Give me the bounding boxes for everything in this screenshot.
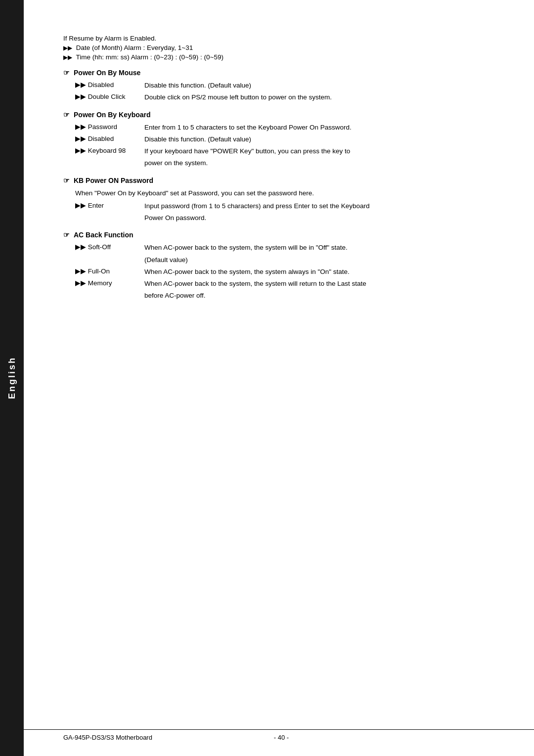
- option-memory: ▶▶ Memory When AC-power back to the syst…: [63, 279, 499, 289]
- intro-line-3: ▶▶ Time (hh: mm: ss) Alarm : (0~23) : (0…: [63, 53, 499, 61]
- footer-left: GA-945P-DS3/S3 Motherboard: [63, 734, 209, 741]
- option-label-double-click: ▶▶ Double Click: [75, 92, 144, 100]
- intro-date-value: Everyday, 1~31: [147, 44, 193, 51]
- section-icon-keyboard: ☞: [63, 111, 70, 119]
- intro-line-1: If Resume by Alarm is Enabled.: [63, 35, 499, 42]
- option-label-soft-off: ▶▶ Soft-Off: [75, 243, 144, 251]
- section-icon-ac-back: ☞: [63, 231, 70, 239]
- section-icon-mouse: ☞: [63, 69, 70, 77]
- option-double-click: ▶▶ Double Click Double click on PS/2 mou…: [63, 92, 499, 102]
- option-desc-disabled-keyboard: Disable this function. (Default value): [144, 134, 499, 144]
- option-memory-continuation: before AC-power off.: [63, 291, 499, 301]
- section-power-on-by-keyboard-header: ☞ Power On By Keyboard: [63, 111, 499, 119]
- section-title-ac-back: AC Back Function: [74, 231, 134, 239]
- section-title-kb-password: KB Power ON Password: [74, 177, 153, 184]
- option-desc-enter: Input password (from 1 to 5 characters) …: [144, 201, 499, 211]
- section-icon-kb-password: ☞: [63, 177, 70, 184]
- option-label-keyboard98: ▶▶ Keyboard 98: [75, 146, 144, 154]
- sidebar-label: English: [7, 356, 17, 399]
- footer-center: - 40 -: [209, 734, 354, 741]
- option-keyboard98: ▶▶ Keyboard 98 If your keyboard have "PO…: [63, 146, 499, 156]
- bullet-date: ▶▶: [63, 44, 72, 51]
- option-keyboard98-continuation: power on the system.: [63, 158, 499, 168]
- main-content: If Resume by Alarm is Enabled. ▶▶ Date (…: [24, 0, 534, 756]
- intro-line-2: ▶▶ Date (of Month) Alarm : Everyday, 1~3…: [63, 44, 499, 51]
- option-desc-double-click: Double click on PS/2 mouse left button t…: [144, 92, 499, 102]
- option-label-memory: ▶▶ Memory: [75, 279, 144, 287]
- section-title-keyboard: Power On By Keyboard: [74, 111, 151, 119]
- option-desc-soft-off: When AC-power back to the system, the sy…: [144, 243, 499, 253]
- footer: GA-945P-DS3/S3 Motherboard - 40 -: [24, 729, 534, 741]
- option-disabled-mouse: ▶▶ Disabled Disable this function. (Defa…: [63, 81, 499, 90]
- option-password-keyboard: ▶▶ Password Enter from 1 to 5 characters…: [63, 123, 499, 133]
- option-label-disabled-mouse: ▶▶ Disabled: [75, 81, 144, 89]
- option-label-enter: ▶▶ Enter: [75, 201, 144, 209]
- option-disabled-keyboard: ▶▶ Disabled Disable this function. (Defa…: [63, 134, 499, 144]
- section-title-mouse: Power On By Mouse: [74, 69, 140, 77]
- page-container: English If Resume by Alarm is Enabled. ▶…: [0, 0, 534, 756]
- intro-time-value: (0~23) : (0~59) : (0~59): [154, 53, 223, 61]
- option-enter-continuation: Power On password.: [63, 213, 499, 223]
- intro-time-label: Time (hh: mm: ss) Alarm :: [76, 53, 154, 61]
- option-label-full-on: ▶▶ Full-On: [75, 267, 144, 275]
- option-desc-full-on: When AC-power back to the system, the sy…: [144, 267, 499, 277]
- option-desc-disabled-mouse: Disable this function. (Default value): [144, 81, 499, 90]
- option-label-password-keyboard: ▶▶ Password: [75, 123, 144, 131]
- option-desc-keyboard98: If your keyboard have "POWER Key" button…: [144, 146, 499, 156]
- bullet-time: ▶▶: [63, 54, 72, 61]
- section-kb-power-on-password-header: ☞ KB Power ON Password: [63, 177, 499, 184]
- option-soft-off: ▶▶ Soft-Off When AC-power back to the sy…: [63, 243, 499, 253]
- option-desc-password-keyboard: Enter from 1 to 5 characters to set the …: [144, 123, 499, 133]
- sidebar: English: [0, 0, 24, 756]
- section-power-on-by-mouse-header: ☞ Power On By Mouse: [63, 69, 499, 77]
- option-label-disabled-keyboard: ▶▶ Disabled: [75, 134, 144, 142]
- option-desc-memory: When AC-power back to the system, the sy…: [144, 279, 499, 289]
- intro-date-label: Date (of Month) Alarm :: [76, 44, 147, 51]
- option-enter: ▶▶ Enter Input password (from 1 to 5 cha…: [63, 201, 499, 211]
- option-soft-off-continuation: (Default value): [63, 255, 499, 265]
- section-ac-back-function-header: ☞ AC Back Function: [63, 231, 499, 239]
- option-full-on: ▶▶ Full-On When AC-power back to the sys…: [63, 267, 499, 277]
- kb-password-note: When "Power On by Keyboard" set at Passw…: [63, 188, 499, 198]
- content-body: If Resume by Alarm is Enabled. ▶▶ Date (…: [63, 35, 499, 301]
